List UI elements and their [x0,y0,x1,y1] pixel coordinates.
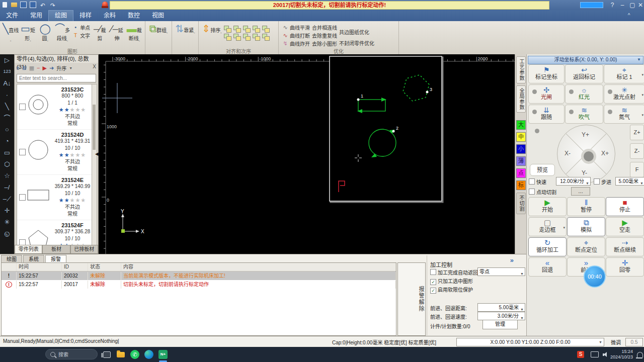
alarm-clear-button[interactable]: 报警解除 [397,262,426,336]
button-back-arrow[interactable]: ↩返回标记 [565,64,603,83]
part-card-231524E[interactable]: 231524E359.29 * 140.9910 / 10★★★★★不共边常规 [17,175,93,220]
action-button-pause[interactable]: ‖暂停 [567,197,605,216]
undo-icon[interactable]: ↶ [39,2,46,9]
part-checkbox[interactable] [19,104,26,110]
pie-tool-icon[interactable]: ◔ [0,135,14,147]
align-icon-4[interactable] [253,26,260,33]
pad-tool-icon[interactable]: ✛ [0,205,14,216]
whatsapp-button[interactable]: ✆ [129,349,141,360]
toggle-blow-air[interactable]: ≋吹气 [565,105,603,124]
align-icon-9[interactable] [253,34,260,41]
checkbox[interactable]: ✓ [430,279,436,285]
panel-collapse-arrow-icon[interactable]: ◀ [95,150,99,157]
close-button[interactable]: ✕ [636,1,644,9]
return-point-dropdown[interactable]: 零点▼ [477,267,525,276]
extend-tool-icon[interactable]: –⟋ [0,193,14,205]
tray-app-icon[interactable]: S [575,349,587,360]
layer-chip-6[interactable]: 标 [516,180,526,190]
preview-button[interactable]: 预览 [530,164,555,176]
drawing-canvas[interactable]: -3000-2000-100001000200010000123YX [99,54,515,254]
button-pin[interactable]: ⌖标记 1▾ [604,64,644,83]
ribbon-button-opt2-3[interactable]: 去除小图形 [312,39,337,47]
action-button-loop[interactable]: ↻循环加工 [528,237,567,256]
menu-tab-1[interactable]: 文件 [0,10,24,21]
active-app-button[interactable]: N+ [157,349,169,360]
task-view-button[interactable] [101,349,113,360]
ribbon-button-group[interactable]: ⧉群组ˬ [148,22,169,35]
circle-tool-icon[interactable]: ○ [0,124,14,135]
ribbon-button-line[interactable]: ╲直线ˬ [3,22,19,41]
edge-browser-button[interactable] [143,349,155,360]
alarm-row-2[interactable]: !15:22:5720017未解除切割头未标定，切割前请执行标定动作 [2,280,396,289]
action-button-breakpoint-continue[interactable]: ⇢断点继续 [606,237,644,256]
action-button-play[interactable]: ▶开始 [528,197,567,216]
manage-button[interactable]: 管理 [482,320,518,329]
action-button-breakpoint-locate[interactable]: ⌖断点定位 [567,237,605,256]
coordinate-system-dropdown[interactable]: 浮动坐标系(X: 0.00, Y: 0.00) ▼ [528,56,643,64]
line-tool-icon[interactable]: ╲ [0,101,14,112]
align-icon-1[interactable] [224,26,231,33]
arc-tool-icon[interactable]: ⌒ [0,112,14,124]
part-card-231523C[interactable]: 231523C800 * 8001 / 1★★★★★不共边常规 [17,84,93,130]
parts-tab-2[interactable]: 板材 [42,245,70,253]
spray-tool-icon[interactable]: ✳ [0,216,14,228]
ribbon-button-circle[interactable]: ◯圆ˬ [37,22,53,41]
ribbon-button-point[interactable]: •单点 [72,23,90,31]
collapse-icon[interactable]: − [37,65,40,71]
part-card-231524D[interactable]: 231524D419.31 * 419.3110 / 10★★★★★不共边常规 [17,130,93,175]
log-tab-2[interactable]: 系统 [23,255,44,263]
align-icon-7[interactable] [233,34,241,41]
open-file-icon[interactable] [11,3,17,7]
fast-speed-dropdown[interactable]: 12.00米/分▼ [556,177,591,186]
jog-y-plus[interactable]: Y+ [582,131,589,138]
sort-order-dropdown[interactable]: 升序 [56,64,66,72]
strip-button-2[interactable]: 全局参数 [516,85,526,113]
z-button-F[interactable]: F [630,162,644,177]
ribbon-button-rect[interactable]: ▭矩形ˬ [20,22,36,41]
menu-tab-2[interactable]: 常用 [24,10,48,21]
step-dropdown[interactable]: 5.00毫米▼ [615,177,644,186]
ribbon-button-opt2-1[interactable]: 合并相连线 [312,23,337,31]
no-cut-button[interactable]: 不切割 [516,193,526,214]
layer-chip-3[interactable]: 小 [516,144,526,154]
select-cursor-tool-icon[interactable]: ▷ [0,54,14,66]
ribbon-button-trim[interactable]: –∕裁剪 [92,22,108,41]
taskbar-search[interactable]: 搜索 [45,349,98,359]
ribbon-button-sort[interactable]: ⇕排序ˬ [201,22,222,35]
menu-tab-5[interactable]: 余料 [98,10,122,21]
jog-x-plus[interactable]: X+ [601,150,609,157]
ribbon-button-extend[interactable]: ∕–延伸 [109,22,125,41]
numbering-tool-icon[interactable]: 123 [0,66,14,77]
ribbon-button-text[interactable]: T文字 [72,31,90,39]
ribbon-button-curve-smooth[interactable]: ∿曲线平滑 [282,23,310,31]
parts-list-scrollbar[interactable] [92,84,97,248]
align-icon-10[interactable] [262,34,270,41]
expand-icon[interactable]: » [510,256,514,264]
jog-cut-checkbox[interactable] [529,189,535,195]
ribbon-button-curve-explode[interactable]: ↯曲线炸开 [282,39,310,47]
layer-chip-4[interactable]: 薄 [516,156,526,166]
checkbox[interactable] [430,269,436,275]
minimize-button[interactable]: – [618,1,627,9]
parts-panel-close-icon[interactable]: X [93,63,96,71]
part-checkbox[interactable] [19,194,26,201]
action-button-stop[interactable]: ■停止 [606,197,644,216]
network-display-icon[interactable] [589,349,601,360]
action-button-simulate[interactable]: ⧉模拟 [567,217,605,236]
star-tool-icon[interactable]: ☆ [0,170,14,182]
menu-tab-3[interactable]: 绘图 [48,10,73,21]
jog-center[interactable] [581,149,596,164]
file-explorer-button[interactable] [115,349,127,360]
view-grid-icon[interactable]: ▦ [29,65,34,71]
sort-az-tool-icon[interactable]: A↓ [0,77,14,89]
save-file-icon[interactable] [20,2,27,8]
toggle-shutter[interactable]: ✣光闸 [528,84,565,104]
fillet-tool-icon[interactable]: ◵ [0,228,14,239]
jog-pad[interactable]: Y+X-X+Y- [557,125,615,183]
trim-tool-icon[interactable]: –/ [0,182,14,193]
menu-tab-4[interactable]: 排样 [73,10,98,21]
button-flag[interactable]: ⚑标记坐标 [528,64,565,83]
notification-bell-icon[interactable] [634,349,644,360]
toggle-laser-burst[interactable]: ✳激光点射▾ [604,84,644,104]
align-icon-2[interactable] [233,26,241,33]
